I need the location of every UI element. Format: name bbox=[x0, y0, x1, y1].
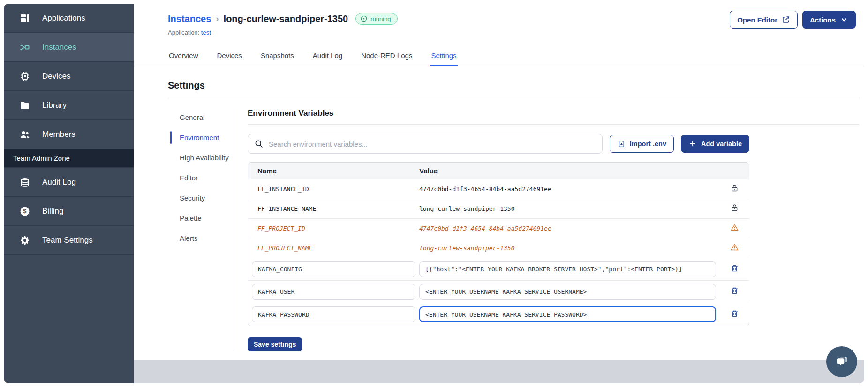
sidebar-admin-items: Audit Log$BillingTeam Settings bbox=[4, 168, 134, 255]
plus-icon bbox=[688, 140, 697, 148]
search-input[interactable] bbox=[269, 140, 596, 148]
env-value-text: 4747c0bd-d1f3-4654-84b4-aa5d274691ee bbox=[419, 186, 720, 193]
env-variables-table: Name Value FF_INSTANCE_ID4747c0bd-d1f3-4… bbox=[248, 162, 749, 326]
settings-nav-high-availability[interactable]: High Availability bbox=[168, 151, 233, 164]
env-name-text: FF_INSTANCE_NAME bbox=[248, 205, 419, 212]
section-title: Environment Variables bbox=[248, 109, 860, 125]
play-circle-icon bbox=[360, 15, 368, 22]
env-value-text: 4747c0bd-d1f3-4654-84b4-aa5d274691ee bbox=[419, 225, 720, 232]
env-value-input[interactable] bbox=[419, 284, 716, 300]
external-link-icon bbox=[782, 15, 790, 24]
sidebar-item-label: Library bbox=[42, 101, 67, 110]
env-value-cell bbox=[419, 261, 720, 277]
env-name-input[interactable] bbox=[252, 306, 415, 322]
app-frame: ApplicationsInstancesDevicesLibraryMembe… bbox=[4, 4, 864, 383]
instance-name: long-curlew-sandpiper-1350 bbox=[224, 14, 348, 24]
sidebar-item-label: Audit Log bbox=[42, 178, 76, 187]
env-name-input[interactable] bbox=[252, 284, 415, 300]
bottom-gray-band bbox=[134, 360, 864, 383]
env-value-input[interactable] bbox=[419, 306, 716, 322]
env-row-kafka_config bbox=[248, 258, 749, 281]
env-value-input[interactable] bbox=[419, 261, 716, 277]
sidebar-item-library[interactable]: Library bbox=[4, 91, 134, 120]
sidebar-item-audit-log[interactable]: Audit Log bbox=[4, 168, 134, 197]
save-settings-button[interactable]: Save settings bbox=[248, 337, 302, 351]
env-value-cell bbox=[419, 284, 720, 300]
settings-nav-general[interactable]: General bbox=[168, 111, 233, 124]
import-env-label: Import .env bbox=[630, 140, 666, 148]
add-variable-button[interactable]: Add variable bbox=[681, 135, 749, 153]
devices-icon bbox=[19, 71, 30, 82]
sidebar-item-instances[interactable]: Instances bbox=[4, 33, 134, 62]
tab-audit-log[interactable]: Audit Log bbox=[312, 49, 343, 66]
trash-icon[interactable] bbox=[730, 264, 739, 275]
tab-snapshots[interactable]: Snapshots bbox=[260, 49, 295, 66]
env-name-text: FF_PROJECT_NAME bbox=[248, 245, 419, 252]
chat-widget-button[interactable] bbox=[826, 346, 857, 377]
application-link[interactable]: test bbox=[201, 29, 211, 36]
billing-icon: $ bbox=[19, 206, 30, 217]
settings-content: Environment Variables Impo bbox=[248, 109, 864, 351]
env-row-kafka_password bbox=[248, 303, 749, 326]
sidebar-item-label: Instances bbox=[42, 43, 76, 52]
env-toolbar: Import .env Add variable bbox=[248, 134, 749, 154]
env-value-cell bbox=[419, 306, 720, 322]
table-header: Name Value bbox=[248, 163, 749, 179]
main-area: Instances › long-curlew-sandpiper-1350 r… bbox=[134, 4, 864, 383]
env-row-status bbox=[720, 203, 749, 214]
env-row-actions bbox=[720, 286, 749, 297]
instance-tabs: OverviewDevicesSnapshotsAudit LogNode-RE… bbox=[134, 49, 864, 66]
chevron-down-icon bbox=[840, 15, 848, 24]
env-row-ff_instance_name: FF_INSTANCE_NAMElong-curlew-sandpiper-13… bbox=[248, 199, 749, 219]
document-download-icon bbox=[617, 140, 626, 148]
sidebar-item-label: Team Settings bbox=[42, 236, 93, 245]
actions-button[interactable]: Actions bbox=[802, 11, 856, 29]
search-box bbox=[248, 134, 603, 154]
env-value-text: long-curlew-sandpiper-1350 bbox=[419, 245, 720, 252]
breadcrumb-instances-link[interactable]: Instances bbox=[168, 14, 211, 24]
page-header: Instances › long-curlew-sandpiper-1350 r… bbox=[134, 4, 864, 36]
env-name-cell bbox=[248, 284, 419, 300]
trash-icon[interactable] bbox=[730, 286, 739, 297]
settings-nav-alerts[interactable]: Alerts bbox=[168, 231, 233, 245]
trash-icon[interactable] bbox=[730, 309, 739, 320]
settings-nav-environment[interactable]: Environment bbox=[168, 131, 233, 144]
lock-icon bbox=[730, 203, 739, 214]
open-editor-button[interactable]: Open Editor bbox=[730, 11, 798, 29]
sidebar-item-team-settings[interactable]: Team Settings bbox=[4, 226, 134, 255]
env-value-text: long-curlew-sandpiper-1350 bbox=[419, 205, 720, 212]
tab-devices[interactable]: Devices bbox=[216, 49, 243, 66]
warning-icon bbox=[730, 243, 739, 253]
settings-nav-security[interactable]: Security bbox=[168, 191, 233, 205]
status-badge: running bbox=[355, 13, 397, 25]
env-row-ff_project_name: FF_PROJECT_NAMElong-curlew-sandpiper-135… bbox=[248, 238, 749, 258]
members-icon bbox=[19, 129, 30, 140]
sidebar-item-devices[interactable]: Devices bbox=[4, 62, 134, 91]
sidebar-item-billing[interactable]: $Billing bbox=[4, 197, 134, 226]
settings-nav-palette[interactable]: Palette bbox=[168, 211, 233, 225]
import-env-button[interactable]: Import .env bbox=[610, 135, 674, 153]
sidebar-main-items: ApplicationsInstancesDevicesLibraryMembe… bbox=[4, 4, 134, 149]
page: ApplicationsInstancesDevicesLibraryMembe… bbox=[0, 0, 868, 387]
tab-node-red-logs[interactable]: Node-RED Logs bbox=[360, 49, 413, 66]
sidebar-item-members[interactable]: Members bbox=[4, 120, 134, 149]
env-name-cell bbox=[248, 306, 419, 322]
env-name-cell bbox=[248, 261, 419, 277]
settings-nav-editor[interactable]: Editor bbox=[168, 171, 233, 185]
column-header-value: Value bbox=[419, 167, 720, 175]
env-name-input[interactable] bbox=[252, 261, 415, 277]
sidebar-item-applications[interactable]: Applications bbox=[4, 4, 134, 33]
team-settings-icon bbox=[19, 235, 30, 246]
env-row-status bbox=[720, 243, 749, 253]
tab-overview[interactable]: Overview bbox=[168, 49, 199, 66]
add-variable-label: Add variable bbox=[701, 140, 742, 148]
application-label: Application: bbox=[168, 29, 199, 36]
env-name-text: FF_PROJECT_ID bbox=[248, 225, 419, 232]
settings-nav: GeneralEnvironmentHigh AvailabilityEdito… bbox=[168, 109, 233, 351]
settings-body: GeneralEnvironmentHigh AvailabilityEdito… bbox=[134, 109, 864, 351]
application-line: Application: test bbox=[168, 29, 856, 36]
actions-label: Actions bbox=[810, 16, 836, 24]
audit-log-icon bbox=[19, 177, 30, 188]
env-row-actions bbox=[720, 309, 749, 320]
tab-settings[interactable]: Settings bbox=[430, 49, 457, 66]
